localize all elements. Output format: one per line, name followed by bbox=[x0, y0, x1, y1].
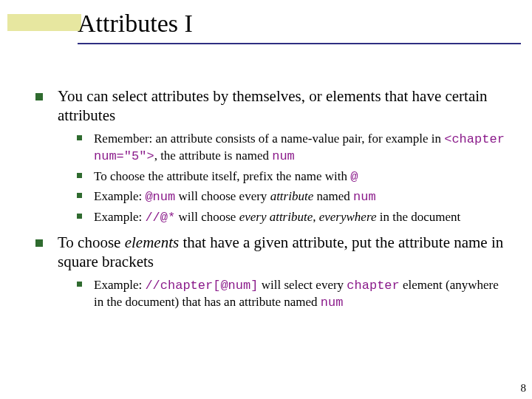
text-run: To choose the attribute itself, prefix t… bbox=[94, 169, 350, 183]
slide-body: You can select attributes by themselves,… bbox=[35, 87, 508, 318]
code-run: //@* bbox=[145, 211, 175, 225]
title-area: Attributes I bbox=[0, 10, 532, 50]
code-run: num bbox=[353, 190, 376, 204]
text-run: Remember: an attribute consists of a nam… bbox=[94, 132, 444, 146]
slide: Attributes I You can select attributes b… bbox=[0, 0, 532, 399]
square-bullet-icon bbox=[77, 193, 82, 198]
bullet-text: Remember: an attribute consists of a nam… bbox=[94, 131, 508, 165]
title-accent-bar bbox=[7, 14, 81, 31]
bullet-text: You can select attributes by themselves,… bbox=[58, 87, 508, 125]
square-bullet-icon bbox=[77, 282, 82, 287]
bullet-level2: Example: @num will choose every attribut… bbox=[77, 188, 508, 205]
square-bullet-icon bbox=[35, 239, 43, 247]
square-bullet-icon bbox=[35, 93, 43, 100]
italic-run: every attribute, everywhere bbox=[239, 210, 377, 224]
title-underline bbox=[78, 43, 521, 44]
code-run: @ bbox=[350, 170, 358, 184]
bullet-level2: Remember: an attribute consists of a nam… bbox=[77, 131, 508, 165]
italic-run: attribute bbox=[270, 189, 314, 203]
text-run: To choose bbox=[58, 233, 125, 251]
bullet-level1: You can select attributes by themselves,… bbox=[35, 87, 508, 125]
bullet-level1: To choose elements that have a given att… bbox=[35, 233, 508, 271]
text-run: named bbox=[313, 189, 353, 203]
text-run: will choose bbox=[175, 210, 239, 224]
text-run: Example: bbox=[94, 278, 145, 292]
italic-run: elements bbox=[125, 233, 179, 251]
square-bullet-icon bbox=[77, 173, 82, 178]
code-run: chapter bbox=[347, 279, 399, 293]
text-run: Example: bbox=[94, 189, 145, 203]
bullet-text: Example: //chapter[@num] will select eve… bbox=[94, 277, 508, 311]
bullet-text: To choose the attribute itself, prefix t… bbox=[94, 168, 508, 185]
text-run: will choose every bbox=[175, 189, 270, 203]
sub-bullets: Example: //chapter[@num] will select eve… bbox=[77, 277, 508, 311]
bullet-text: Example: @num will choose every attribut… bbox=[94, 188, 508, 205]
sub-bullets: Remember: an attribute consists of a nam… bbox=[77, 131, 508, 226]
text-run: , the attribute is named bbox=[154, 149, 273, 163]
page-number: 8 bbox=[521, 382, 527, 395]
bullet-level2: To choose the attribute itself, prefix t… bbox=[77, 168, 508, 185]
code-run: @num bbox=[145, 190, 175, 204]
bullet-text: Example: //@* will choose every attribut… bbox=[94, 209, 508, 226]
text-run: Example: bbox=[94, 210, 145, 224]
square-bullet-icon bbox=[77, 135, 82, 140]
bullet-level2: Example: //chapter[@num] will select eve… bbox=[77, 277, 508, 311]
text-run: will select every bbox=[258, 278, 347, 292]
code-run: //chapter[@num] bbox=[145, 279, 258, 293]
slide-title: Attributes I bbox=[78, 10, 193, 38]
bullet-level2: Example: //@* will choose every attribut… bbox=[77, 209, 508, 226]
code-run: num bbox=[321, 296, 344, 310]
bullet-text: To choose elements that have a given att… bbox=[58, 233, 508, 271]
text-run: in the document bbox=[376, 210, 460, 224]
square-bullet-icon bbox=[77, 214, 82, 219]
code-run: num bbox=[272, 149, 295, 163]
